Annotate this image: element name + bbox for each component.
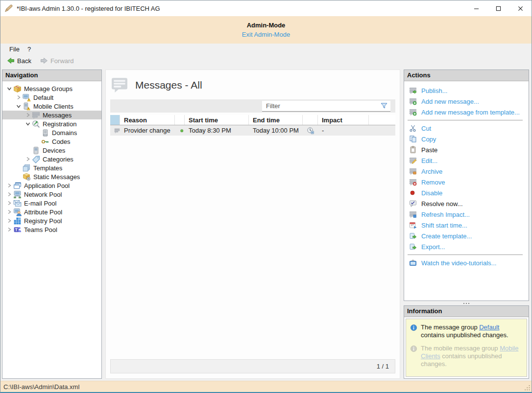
table-header: ReasonStart timeEnd timeImpact bbox=[110, 115, 395, 125]
tree-item-mobile-clients[interactable]: Mobile Clients bbox=[2, 102, 101, 111]
chevron-collapsed-icon bbox=[5, 208, 13, 216]
info-link-default[interactable]: Default bbox=[479, 324, 499, 331]
clock-icon bbox=[303, 125, 318, 136]
column-header-blank[interactable] bbox=[175, 115, 185, 125]
action-edit[interactable]: Edit... bbox=[404, 155, 529, 166]
tree-item-label: Devices bbox=[43, 147, 65, 154]
forward-arrow-icon bbox=[40, 57, 48, 65]
tree-item-e-mail-pool[interactable]: E-mail Pool bbox=[2, 199, 101, 208]
filter-funnel-icon[interactable] bbox=[380, 102, 388, 110]
menu-help[interactable]: ? bbox=[24, 45, 35, 54]
action-copy[interactable]: Copy bbox=[404, 134, 529, 144]
action-label: Shift start time... bbox=[421, 222, 467, 229]
action-label: Archive bbox=[421, 168, 442, 175]
forward-button[interactable]: Forward bbox=[37, 56, 77, 66]
domains-icon bbox=[41, 129, 49, 137]
tree-item-templates[interactable]: Templates bbox=[2, 163, 101, 172]
column-header-reason[interactable]: Reason bbox=[120, 115, 175, 125]
tutorials-icon bbox=[409, 259, 417, 267]
tree-item-categories[interactable]: Categories bbox=[2, 155, 101, 163]
action-archive[interactable]: Archive bbox=[404, 166, 529, 177]
navigation-header: Navigation bbox=[2, 70, 101, 81]
filter-input[interactable] bbox=[262, 102, 380, 110]
tree-item-codes[interactable]: Codes bbox=[2, 137, 101, 146]
messages-title-icon bbox=[111, 77, 128, 93]
action-disable[interactable]: Disable bbox=[404, 187, 529, 198]
maximize-button[interactable] bbox=[487, 0, 509, 16]
tree-item-default[interactable]: Default bbox=[2, 93, 101, 102]
action-cut[interactable]: Cut bbox=[404, 123, 529, 134]
navigation-panel: Navigation Message GroupsDefaultMobile C… bbox=[2, 69, 102, 379]
tree-item-teams-pool[interactable]: Teams Pool bbox=[2, 225, 101, 234]
email-pool-icon bbox=[13, 199, 22, 208]
chevron-placeholder bbox=[33, 129, 41, 137]
menubar: File ? bbox=[0, 44, 532, 54]
action-shift-start-time[interactable]: 17Shift start time... bbox=[404, 220, 529, 231]
close-button[interactable] bbox=[509, 0, 532, 16]
action-export[interactable]: Export... bbox=[404, 241, 529, 252]
column-header-blank[interactable] bbox=[303, 115, 318, 125]
action-paste[interactable]: Paste bbox=[404, 144, 529, 155]
chevron-collapsed-icon bbox=[5, 199, 13, 207]
column-header-end-time[interactable]: End time bbox=[249, 115, 303, 125]
action-publish[interactable]: Publish... bbox=[404, 85, 529, 96]
chevron-placeholder bbox=[15, 173, 23, 181]
app-logo-icon bbox=[4, 4, 13, 13]
action-label: Create template... bbox=[421, 232, 472, 240]
tree-item-devices[interactable]: Devices bbox=[2, 146, 101, 155]
chevron-collapsed-icon bbox=[24, 111, 32, 119]
menu-file[interactable]: File bbox=[5, 45, 24, 54]
tree-item-registry-pool[interactable]: Registry Pool bbox=[2, 216, 101, 225]
tree-item-domains[interactable]: Domains bbox=[2, 128, 101, 137]
action-add-new-message[interactable]: Add new message... bbox=[404, 96, 529, 107]
group-warning-icon bbox=[23, 93, 31, 102]
action-resolve-now[interactable]: Resolve now... bbox=[404, 198, 529, 209]
chevron-collapsed-icon bbox=[5, 190, 13, 198]
action-refresh-impact[interactable]: Refresh Impact... bbox=[404, 209, 529, 220]
content-panel: Messages - All ReasonStart timeEnd timeI… bbox=[105, 69, 400, 379]
filter-box bbox=[262, 101, 390, 112]
action-label: Export... bbox=[421, 243, 445, 251]
copy-icon bbox=[409, 135, 417, 143]
action-create-template[interactable]: Create template... bbox=[404, 231, 529, 241]
back-button[interactable]: Back bbox=[3, 56, 35, 66]
column-header-start-time[interactable]: Start time bbox=[185, 115, 249, 125]
remove-icon bbox=[409, 178, 417, 186]
column-header-impact[interactable]: Impact bbox=[318, 115, 369, 125]
action-add-new-message-from-template[interactable]: Add new message from template... bbox=[404, 107, 529, 117]
table-row[interactable]: Provider changeToday 8:30 PMToday 10:00 … bbox=[110, 125, 395, 136]
tree-item-registration[interactable]: Registration bbox=[2, 119, 101, 128]
admin-mode-banner: Admin-Mode Exit Admin-Mode bbox=[0, 16, 532, 44]
action-remove[interactable]: Remove bbox=[404, 177, 529, 187]
tree-item-label: Application Pool bbox=[24, 182, 70, 189]
shift-start-icon: 17 bbox=[409, 221, 417, 229]
chevron-expanded-icon bbox=[5, 85, 13, 92]
tree-item-label: Static Messages bbox=[33, 173, 80, 181]
tree-item-messages[interactable]: Messages bbox=[2, 111, 101, 119]
column-header-blank[interactable] bbox=[110, 115, 120, 125]
tree-item-attribute-pool[interactable]: Attribute Pool bbox=[2, 208, 101, 216]
minimize-icon bbox=[474, 6, 479, 11]
tree-item-network-pool[interactable]: Network Pool bbox=[2, 190, 101, 199]
minimize-button[interactable] bbox=[465, 0, 487, 16]
close-icon bbox=[518, 6, 523, 11]
tree-item-static-messages[interactable]: Static Messages bbox=[2, 172, 101, 181]
resize-grip-icon[interactable] bbox=[524, 384, 531, 391]
attribute-pool-icon bbox=[13, 208, 22, 216]
tree-item-label: E-mail Pool bbox=[24, 200, 56, 207]
status-green-icon bbox=[179, 127, 185, 135]
message-row-icon bbox=[110, 125, 120, 136]
tree-item-application-pool[interactable]: Application Pool bbox=[2, 181, 101, 190]
panel-splitter[interactable] bbox=[404, 301, 529, 305]
separator bbox=[408, 120, 523, 120]
table-body: Provider changeToday 8:30 PMToday 10:00 … bbox=[110, 125, 395, 136]
information-box: The message group Default contains unpub… bbox=[406, 319, 527, 377]
back-arrow-icon bbox=[7, 57, 15, 65]
admin-mode-title: Admin-Mode bbox=[247, 22, 286, 29]
tree-item-label: Registration bbox=[43, 120, 76, 128]
action-watch-the-video-tutorials[interactable]: Watch the video-tutorials... bbox=[404, 257, 529, 268]
tree-item-message-groups[interactable]: Message Groups bbox=[2, 84, 101, 93]
action-label: Publish... bbox=[421, 87, 447, 94]
exit-admin-mode-link[interactable]: Exit Admin-Mode bbox=[242, 31, 290, 38]
action-label: Watch the video-tutorials... bbox=[421, 259, 496, 267]
